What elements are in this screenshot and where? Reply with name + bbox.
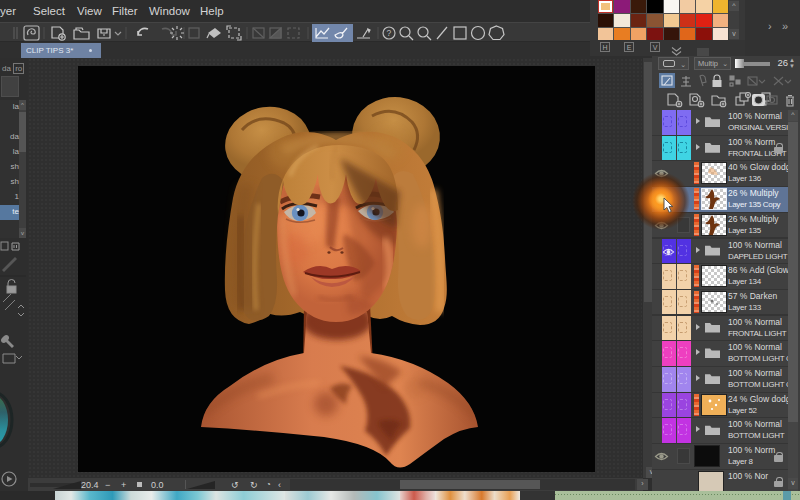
svg-text:?: ? — [387, 28, 392, 38]
